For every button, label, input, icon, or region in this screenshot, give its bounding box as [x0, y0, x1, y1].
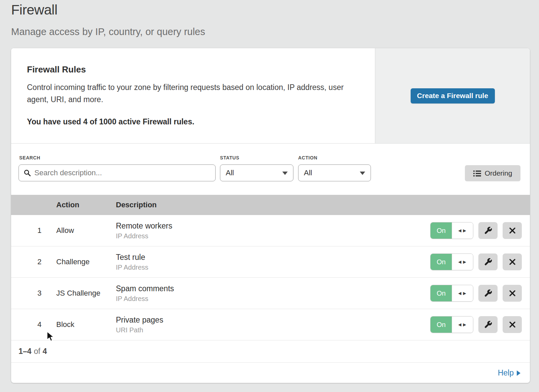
- rules-summary-section: Firewall Rules Control incoming traffic …: [11, 48, 530, 144]
- status-select[interactable]: All: [220, 164, 293, 181]
- wrench-icon: [484, 226, 493, 235]
- wrench-icon: [484, 289, 493, 298]
- rule-controls: On ◀ ▶: [430, 246, 522, 277]
- left-right-arrows-icon: ◀ ▶: [452, 316, 473, 333]
- pagination-of: of: [31, 347, 42, 356]
- rule-controls: On ◀ ▶: [430, 309, 522, 340]
- table-row: 2 Challenge Test rule IP Address On ◀ ▶: [11, 246, 530, 278]
- x-icon: [509, 290, 516, 297]
- help-link[interactable]: Help: [498, 368, 520, 378]
- rule-enabled-toggle[interactable]: On ◀ ▶: [430, 285, 473, 302]
- caret-down-icon: [282, 172, 288, 175]
- ordering-button[interactable]: Ordering: [465, 165, 520, 181]
- edit-rule-button[interactable]: [478, 285, 498, 302]
- create-rule-pane: Create a Firewall rule: [375, 48, 530, 143]
- rule-description: Test rule IP Address: [116, 246, 148, 277]
- left-right-arrows-icon: ◀ ▶: [452, 222, 473, 239]
- column-header-action: Action: [56, 201, 79, 209]
- search-label: SEARCH: [19, 155, 40, 160]
- rule-description-title: Test rule: [116, 253, 148, 262]
- rule-description: Private pages URI Path: [116, 309, 163, 340]
- toggle-on-label: On: [431, 316, 452, 333]
- left-right-arrows-icon: ◀ ▶: [452, 285, 473, 301]
- rule-action: JS Challenge: [56, 278, 100, 309]
- create-firewall-rule-button[interactable]: Create a Firewall rule: [411, 88, 495, 103]
- delete-rule-button[interactable]: [503, 222, 522, 239]
- rule-description-title: Remote workers: [116, 221, 172, 231]
- rule-priority: 3: [32, 278, 47, 309]
- rule-enabled-toggle[interactable]: On ◀ ▶: [430, 222, 473, 239]
- edit-rule-button[interactable]: [478, 222, 498, 239]
- page-subtitle: Manage access by IP, country, or query r…: [11, 26, 205, 37]
- page-title: Firewall: [11, 2, 57, 18]
- rule-description-title: Private pages: [116, 315, 163, 325]
- action-select[interactable]: All: [298, 164, 371, 181]
- action-selected-value: All: [304, 169, 312, 177]
- x-icon: [509, 227, 516, 234]
- rules-summary-text-pane: Firewall Rules Control incoming traffic …: [11, 48, 375, 143]
- list-icon: [473, 170, 481, 177]
- rule-priority: 2: [32, 246, 47, 277]
- rule-enabled-toggle[interactable]: On ◀ ▶: [430, 253, 473, 270]
- rule-description-title: Spam comments: [116, 284, 174, 293]
- rules-description: Control incoming traffic to your zone by…: [27, 81, 355, 105]
- delete-rule-button[interactable]: [503, 285, 522, 302]
- search-icon: [24, 169, 31, 177]
- delete-rule-button[interactable]: [503, 253, 522, 270]
- toggle-on-label: On: [431, 285, 452, 301]
- rule-priority: 4: [32, 309, 47, 340]
- delete-rule-button[interactable]: [503, 316, 522, 333]
- table-row: 1 Allow Remote workers IP Address On ◀ ▶: [11, 215, 530, 246]
- help-row: Help: [11, 363, 530, 383]
- rule-action: Allow: [56, 215, 74, 246]
- wrench-icon: [484, 258, 493, 266]
- x-icon: [509, 321, 516, 328]
- rule-action: Block: [56, 309, 74, 340]
- wrench-icon: [484, 320, 493, 329]
- rule-match-type: IP Address: [116, 295, 174, 303]
- search-input[interactable]: [34, 169, 211, 177]
- edit-rule-button[interactable]: [478, 316, 498, 333]
- rule-controls: On ◀ ▶: [430, 215, 522, 246]
- rules-usage-note: You have used 4 of 1000 active Firewall …: [27, 117, 194, 126]
- right-triangle-icon: [517, 370, 520, 376]
- left-right-arrows-icon: ◀ ▶: [452, 254, 473, 270]
- filter-bar: SEARCH STATUS All ACTION All: [11, 144, 530, 195]
- search-box[interactable]: [19, 164, 216, 181]
- rule-action: Challenge: [56, 246, 90, 277]
- rule-enabled-toggle[interactable]: On ◀ ▶: [430, 316, 473, 333]
- ordering-button-label: Ordering: [485, 169, 512, 177]
- firewall-rules-card: Firewall Rules Control incoming traffic …: [11, 48, 530, 383]
- rule-controls: On ◀ ▶: [430, 278, 522, 309]
- rule-match-type: IP Address: [116, 264, 148, 271]
- action-label: ACTION: [298, 155, 317, 160]
- rule-priority: 1: [32, 215, 47, 246]
- pagination-range: 1–4: [19, 347, 31, 356]
- rules-heading: Firewall Rules: [27, 64, 86, 75]
- table-row: 3 JS Challenge Spam comments IP Address …: [11, 278, 530, 309]
- rule-match-type: URI Path: [116, 326, 163, 334]
- edit-rule-button[interactable]: [478, 253, 498, 270]
- x-icon: [509, 258, 516, 266]
- table-header: Action Description: [11, 195, 530, 215]
- table-row: 4 Block Private pages URI Path On ◀ ▶: [11, 309, 530, 340]
- column-header-description: Description: [116, 201, 157, 209]
- rule-description: Remote workers IP Address: [116, 215, 172, 246]
- rule-match-type: IP Address: [116, 232, 172, 240]
- pagination-summary: 1–4 of 4: [11, 340, 530, 363]
- rule-description: Spam comments IP Address: [116, 278, 174, 309]
- status-selected-value: All: [226, 169, 234, 177]
- toggle-on-label: On: [431, 222, 452, 239]
- caret-down-icon: [360, 172, 365, 175]
- status-label: STATUS: [220, 155, 240, 160]
- help-link-label: Help: [498, 368, 514, 378]
- toggle-on-label: On: [431, 254, 452, 270]
- pagination-total: 4: [43, 347, 47, 356]
